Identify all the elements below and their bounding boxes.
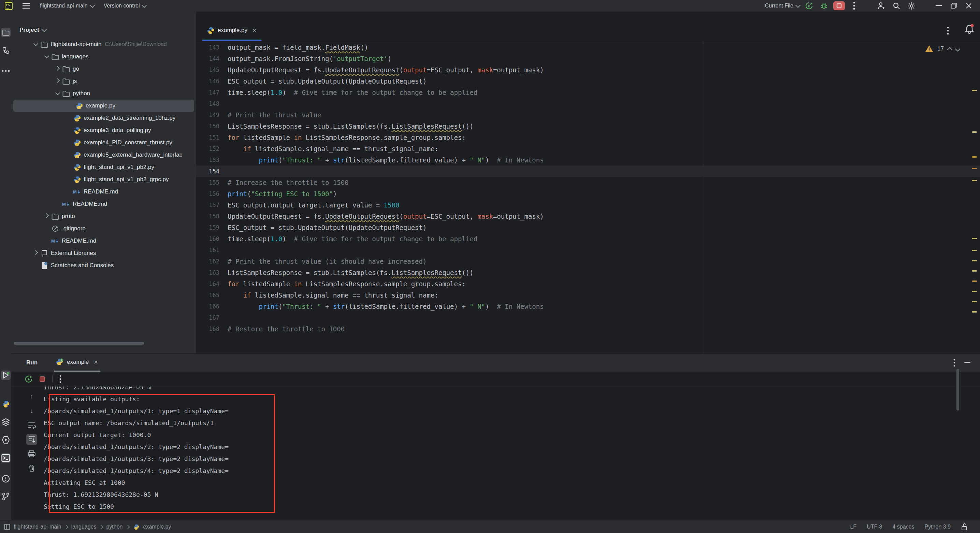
project-panel-header[interactable]: Project bbox=[19, 27, 46, 33]
debug-button[interactable] bbox=[818, 2, 830, 10]
scrollbar-warning-mark[interactable] bbox=[972, 90, 977, 91]
scrollbar-warning-mark[interactable] bbox=[972, 156, 977, 158]
tree-item--gitignore[interactable]: .gitignore bbox=[11, 223, 196, 235]
stop-button[interactable] bbox=[833, 2, 845, 10]
scrollbar-warning-mark[interactable] bbox=[972, 250, 977, 251]
run-toolbar-kebab-icon[interactable] bbox=[59, 375, 61, 383]
tree-item-languages[interactable]: languages bbox=[11, 51, 196, 63]
run-tab-close-icon[interactable]: ✕ bbox=[94, 359, 98, 366]
editor-tab-example-py[interactable]: example.py ✕ bbox=[202, 21, 261, 41]
tree-item-js[interactable]: js bbox=[11, 75, 196, 88]
more-tool-windows-button[interactable] bbox=[1, 66, 11, 76]
code-with-me-add-user-icon[interactable] bbox=[876, 2, 887, 10]
scrollbar-warning-mark[interactable] bbox=[972, 311, 977, 313]
tree-item-scratches-and-consoles[interactable]: Scratches and Consoles bbox=[11, 259, 196, 272]
tree-item-example5-external-hardware-interfac[interactable]: example5_external_hardware_interfac bbox=[11, 149, 196, 161]
rerun-console-button[interactable] bbox=[25, 375, 32, 383]
code-line-162[interactable]: 162# Print the thrust value (it should h… bbox=[196, 256, 980, 267]
code-line-154[interactable]: 154 bbox=[196, 165, 980, 177]
run-tab-example[interactable]: example ✕ bbox=[54, 353, 100, 372]
down-stacktrace-icon[interactable]: ↓ bbox=[26, 406, 37, 416]
tree-item-example2-data-streaming-10hz-py[interactable]: example2_data_streaming_10hz.py bbox=[11, 112, 196, 124]
code-line-155[interactable]: 155# Increase the throttle to 1500 bbox=[196, 177, 980, 188]
code-line-168[interactable]: 168# Restore the throttle to 1000 bbox=[196, 323, 980, 334]
run-configuration-selector[interactable]: Current File bbox=[765, 3, 800, 9]
problems-tool-window-button[interactable] bbox=[1, 474, 11, 484]
project-horizontal-scrollbar[interactable] bbox=[14, 342, 144, 345]
version-control-tool-window-button[interactable] bbox=[1, 492, 11, 501]
code-line-147[interactable]: 147time.sleep(1.0) # Give time for the o… bbox=[196, 87, 980, 98]
tree-item-readme-md[interactable]: MREADME.md bbox=[11, 198, 196, 210]
scrollbar-warning-mark[interactable] bbox=[972, 260, 977, 261]
python-packages-tool-window-button[interactable] bbox=[1, 399, 11, 409]
tree-chevron-open-icon[interactable] bbox=[43, 56, 51, 58]
settings-gear-icon[interactable] bbox=[905, 2, 917, 10]
editor-options-kebab-icon[interactable] bbox=[947, 27, 949, 35]
code-line-159[interactable]: 159ESC_output = stub.UpdateOutput(Update… bbox=[196, 222, 980, 233]
code-line-158[interactable]: 158UpdateOutputRequest = fs.UpdateOutput… bbox=[196, 210, 980, 222]
python-console-layers-tool-window-button[interactable] bbox=[1, 417, 11, 427]
code-line-161[interactable]: 161 bbox=[196, 244, 980, 256]
project-selector[interactable]: flightstand-api-main bbox=[40, 3, 94, 9]
window-minimize-button[interactable] bbox=[933, 2, 945, 10]
tree-item-flight-stand-api-v1-pb2-py[interactable]: flight_stand_api_v1_pb2.py bbox=[11, 161, 196, 173]
breadcrumb-item[interactable]: flightstand-api-main bbox=[14, 524, 61, 530]
services-tool-window-button[interactable] bbox=[1, 435, 11, 445]
terminal-tool-window-button[interactable] bbox=[1, 453, 11, 463]
console-output[interactable]: Thrust: 2.1386249863628e-05 NListing ava… bbox=[39, 387, 961, 520]
console-vertical-scrollbar[interactable] bbox=[956, 369, 959, 410]
code-line-149[interactable]: 149# Print the thrust value bbox=[196, 109, 980, 121]
run-panel-hide-icon[interactable] bbox=[964, 362, 970, 363]
scrollbar-warning-mark[interactable] bbox=[972, 238, 977, 239]
tool-window-widget-icon[interactable] bbox=[4, 524, 10, 530]
stop-console-button[interactable] bbox=[39, 376, 45, 382]
breadcrumb-item[interactable]: python bbox=[106, 524, 123, 530]
breadcrumb[interactable]: flightstand-api-mainlanguagespythonexamp… bbox=[0, 523, 171, 531]
tree-chevron-open-icon[interactable] bbox=[32, 43, 40, 45]
clear-all-icon[interactable] bbox=[26, 463, 37, 474]
code-line-143[interactable]: 143output_mask = field_mask.FieldMask() bbox=[196, 41, 980, 53]
project-tool-window-button[interactable] bbox=[1, 28, 11, 37]
scrollbar-warning-mark[interactable] bbox=[972, 270, 977, 272]
code-line-156[interactable]: 156print("Setting ESC to 1500") bbox=[196, 188, 980, 199]
scroll-to-end-icon[interactable] bbox=[26, 434, 37, 445]
code-line-146[interactable]: 146ESC_output = stub.UpdateOutput(Update… bbox=[196, 75, 980, 87]
code-line-157[interactable]: 157ESC_output.output_target.target_value… bbox=[196, 199, 980, 210]
tree-item-go[interactable]: go bbox=[11, 63, 196, 75]
code-line-150[interactable]: 150ListSamplesResponse = stub.ListSample… bbox=[196, 121, 980, 132]
scrollbar-warning-mark[interactable] bbox=[972, 131, 977, 133]
tree-item-readme-md[interactable]: MREADME.md bbox=[11, 235, 196, 247]
scrollbar-warning-mark[interactable] bbox=[972, 301, 977, 302]
tree-item-flightstand-api-main[interactable]: flightstand-api-mainC:\Users\Shijie\Down… bbox=[11, 38, 196, 51]
tab-close-icon[interactable]: ✕ bbox=[252, 27, 256, 34]
scrollbar-warning-mark[interactable] bbox=[972, 280, 977, 282]
status-widget-lf[interactable]: LF bbox=[850, 524, 856, 530]
run-panel-options-kebab-icon[interactable] bbox=[953, 359, 955, 367]
code-line-144[interactable]: 144output_mask.FromJsonString('outputTar… bbox=[196, 53, 980, 64]
tree-chevron-closed-icon[interactable] bbox=[43, 215, 51, 217]
code-line-153[interactable]: 153 print("Thrust: " + str(listedSample.… bbox=[196, 154, 980, 165]
code-line-160[interactable]: 160time.sleep(1.0) # Give time for the o… bbox=[196, 233, 980, 244]
tree-chevron-closed-icon[interactable] bbox=[32, 252, 40, 254]
up-stacktrace-icon[interactable]: ↑ bbox=[26, 391, 37, 402]
code-line-148[interactable]: 148 bbox=[196, 98, 980, 109]
tree-item-example4-pid-constant-thrust-py[interactable]: example4_PID_constant_thrust.py bbox=[11, 137, 196, 149]
search-everywhere-icon[interactable] bbox=[891, 2, 902, 10]
tree-item-flight-stand-api-v1-pb2-grpc-py[interactable]: flight_stand_api_v1_pb2_grpc.py bbox=[11, 173, 196, 186]
status-widget-utf-8[interactable]: UTF-8 bbox=[867, 524, 882, 530]
tree-chevron-closed-icon[interactable] bbox=[54, 68, 62, 70]
more-actions-kebab-icon[interactable] bbox=[848, 2, 860, 10]
print-icon[interactable] bbox=[26, 449, 37, 459]
code-line-151[interactable]: 151for listedSample in ListSamplesRespon… bbox=[196, 132, 980, 143]
window-maximize-button[interactable] bbox=[948, 2, 959, 10]
code-line-152[interactable]: 152 if listedSample.signal_name == thrus… bbox=[196, 143, 980, 154]
tree-item-external-libraries[interactable]: External Libraries bbox=[11, 247, 196, 259]
notifications-bell-icon[interactable] bbox=[965, 24, 974, 34]
code-line-163[interactable]: 163ListSamplesResponse = stub.ListSample… bbox=[196, 267, 980, 278]
breadcrumb-item[interactable]: example.py bbox=[143, 524, 171, 530]
rerun-button[interactable] bbox=[803, 2, 815, 10]
code-line-165[interactable]: 165 if listedSample.signal_name == thrus… bbox=[196, 290, 980, 301]
tree-chevron-closed-icon[interactable] bbox=[54, 80, 62, 82]
code-line-164[interactable]: 164for listedSample in ListSamplesRespon… bbox=[196, 278, 980, 290]
tree-chevron-open-icon[interactable] bbox=[54, 92, 62, 94]
